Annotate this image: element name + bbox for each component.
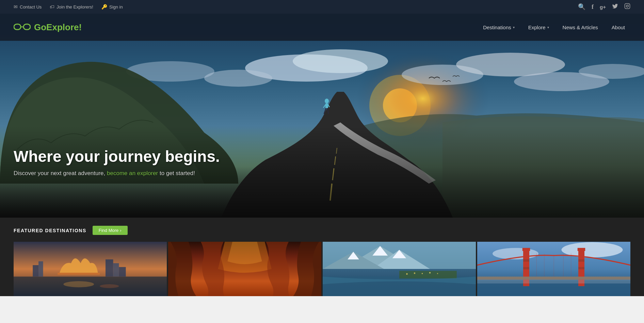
googleplus-icon[interactable]: g+: [600, 4, 606, 10]
find-more-button[interactable]: Find More ›: [93, 226, 128, 235]
svg-rect-32: [33, 265, 38, 277]
svg-point-48: [437, 273, 438, 274]
become-explorer-link[interactable]: become an explorer: [107, 170, 158, 176]
svg-rect-3: [14, 24, 21, 30]
svg-point-1: [626, 5, 628, 7]
nav-about[interactable]: About: [606, 22, 630, 33]
destination-canyon[interactable]: [168, 242, 321, 296]
nav-news[interactable]: News & Articles: [557, 22, 603, 33]
hero-subtitle-after: to get started!: [158, 170, 195, 176]
navbar: GoExplore! Destinations ▾ Explore ▾ News…: [0, 14, 644, 41]
logo-text: GoExplore!: [34, 22, 82, 33]
svg-rect-31: [58, 273, 100, 275]
logo-glasses-icon: [14, 23, 31, 32]
hero-background: [0, 14, 644, 218]
svg-rect-30: [14, 277, 167, 296]
featured-title: FEATURED DESTINATIONS: [14, 228, 86, 233]
hero-title: Where your journey begins.: [14, 148, 220, 165]
topbar-left: ✉ Contact Us 🏷 Join the Explorers! 🔑 Sig…: [14, 4, 123, 10]
svg-point-2: [628, 4, 629, 5]
twitter-icon[interactable]: [612, 3, 618, 11]
destination-golden-gate[interactable]: [477, 242, 630, 296]
topbar-right: 🔍 f g+: [578, 3, 630, 11]
topbar: ✉ Contact Us 🏷 Join the Explorers! 🔑 Sig…: [0, 0, 644, 14]
svg-point-45: [414, 272, 416, 274]
svg-rect-33: [38, 261, 43, 277]
nav-explore[interactable]: Explore ▾: [523, 22, 554, 33]
nav-links: Destinations ▾ Explore ▾ News & Articles…: [478, 22, 630, 33]
signin-icon: 🔑: [101, 4, 107, 10]
destinations-dropdown-arrow: ▾: [513, 26, 515, 29]
logo-go: Go: [34, 22, 46, 32]
hero-section: Where your journey begins. Discover your…: [0, 14, 644, 218]
join-explorers-link[interactable]: 🏷 Join the Explorers!: [50, 4, 93, 10]
join-explorers-label: Join the Explorers!: [57, 4, 93, 10]
find-more-arrow: ›: [120, 228, 121, 233]
hero-content: Where your journey begins. Discover your…: [14, 148, 220, 177]
svg-point-46: [422, 273, 423, 274]
svg-rect-28: [0, 14, 644, 218]
contact-us-label: Contact Us: [20, 4, 42, 10]
hero-subtitle: Discover your next great adventure, beco…: [14, 170, 220, 177]
svg-rect-43: [399, 271, 457, 279]
hero-scene-svg: [0, 14, 644, 218]
instagram-icon[interactable]: [624, 3, 630, 11]
destination-grid: [14, 242, 630, 296]
svg-rect-68: [477, 277, 630, 280]
search-icon[interactable]: 🔍: [578, 3, 585, 11]
hero-subtitle-before: Discover your next great adventure,: [14, 170, 107, 176]
featured-section: FEATURED DESTINATIONS Find More ›: [0, 218, 644, 296]
email-icon: ✉: [14, 4, 18, 10]
logo[interactable]: GoExplore!: [14, 22, 82, 33]
explore-dropdown-arrow: ▾: [547, 26, 549, 29]
svg-point-37: [63, 281, 94, 287]
destination-sydney[interactable]: [14, 242, 167, 296]
sign-in-label: Sign in: [109, 4, 123, 10]
svg-rect-35: [113, 263, 119, 276]
svg-rect-0: [625, 4, 630, 9]
svg-point-47: [429, 272, 431, 274]
facebook-icon[interactable]: f: [592, 3, 594, 11]
svg-rect-36: [119, 267, 126, 276]
svg-point-38: [100, 284, 119, 288]
svg-rect-34: [106, 259, 113, 277]
nav-destinations[interactable]: Destinations ▾: [478, 22, 520, 33]
contact-us-link[interactable]: ✉ Contact Us: [14, 4, 42, 10]
svg-rect-4: [23, 24, 30, 30]
svg-point-44: [406, 273, 408, 275]
featured-header: FEATURED DESTINATIONS Find More ›: [14, 226, 630, 235]
svg-rect-69: [477, 280, 630, 284]
sign-in-link[interactable]: 🔑 Sign in: [101, 4, 123, 10]
tag-icon: 🏷: [50, 4, 54, 10]
destination-queenstown[interactable]: [323, 242, 476, 296]
